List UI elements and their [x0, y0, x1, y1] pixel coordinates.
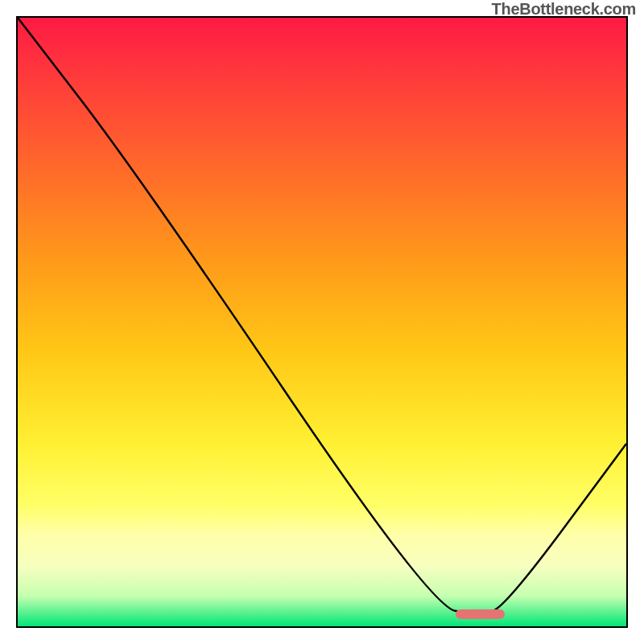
chart-container: TheBottleneck.com: [0, 0, 644, 644]
chart-plot-area: [16, 16, 628, 628]
optimum-marker: [456, 609, 504, 619]
bottleneck-curve: [18, 18, 626, 626]
